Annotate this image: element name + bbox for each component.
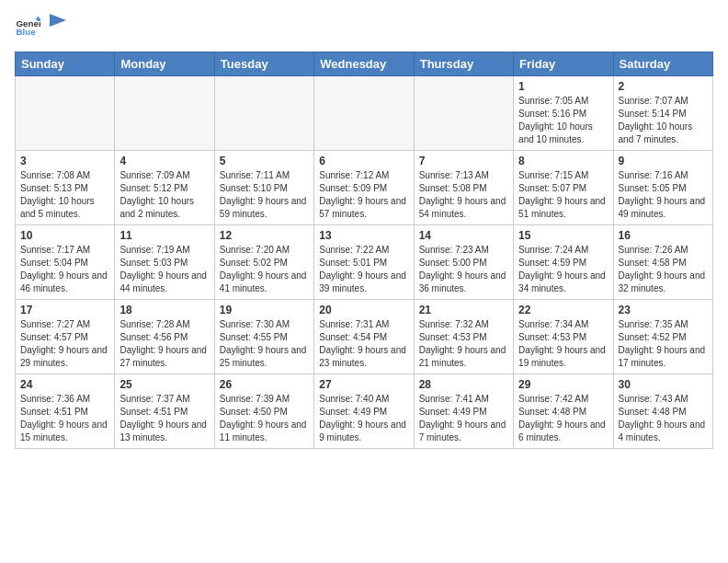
weekday-header-monday: Monday <box>115 52 214 76</box>
day-number: 29 <box>518 378 608 391</box>
calendar-cell: 13Sunrise: 7:22 AM Sunset: 5:01 PM Dayli… <box>314 225 414 300</box>
day-number: 8 <box>518 155 608 167</box>
day-info: Sunrise: 7:19 AM Sunset: 5:03 PM Dayligh… <box>119 244 209 295</box>
calendar-cell: 7Sunrise: 7:13 AM Sunset: 5:08 PM Daylig… <box>414 151 513 225</box>
day-number: 15 <box>518 229 608 242</box>
day-info: Sunrise: 7:17 AM Sunset: 5:04 PM Dayligh… <box>20 244 109 295</box>
calendar-week-row: 3Sunrise: 7:08 AM Sunset: 5:13 PM Daylig… <box>16 151 713 225</box>
calendar-cell: 29Sunrise: 7:42 AM Sunset: 4:48 PM Dayli… <box>514 374 613 449</box>
day-info: Sunrise: 7:41 AM Sunset: 4:49 PM Dayligh… <box>419 393 508 444</box>
calendar-week-row: 1Sunrise: 7:05 AM Sunset: 5:16 PM Daylig… <box>16 76 713 151</box>
day-info: Sunrise: 7:09 AM Sunset: 5:12 PM Dayligh… <box>119 169 209 221</box>
logo-flag-icon <box>50 14 68 32</box>
calendar-cell <box>115 76 214 151</box>
day-number: 20 <box>319 304 408 316</box>
calendar-cell: 15Sunrise: 7:24 AM Sunset: 4:59 PM Dayli… <box>514 225 613 300</box>
day-info: Sunrise: 7:42 AM Sunset: 4:48 PM Dayligh… <box>518 393 608 444</box>
day-info: Sunrise: 7:23 AM Sunset: 5:00 PM Dayligh… <box>419 244 508 295</box>
day-number: 2 <box>619 80 708 93</box>
logo: General Blue <box>15 15 68 40</box>
calendar-cell: 12Sunrise: 7:20 AM Sunset: 5:02 PM Dayli… <box>214 225 313 300</box>
calendar-cell: 10Sunrise: 7:17 AM Sunset: 5:04 PM Dayli… <box>16 225 115 300</box>
calendar-week-row: 10Sunrise: 7:17 AM Sunset: 5:04 PM Dayli… <box>16 225 713 300</box>
day-number: 6 <box>319 155 408 167</box>
calendar-cell <box>314 76 414 151</box>
day-info: Sunrise: 7:27 AM Sunset: 4:57 PM Dayligh… <box>20 318 109 370</box>
day-number: 3 <box>20 155 109 167</box>
day-number: 23 <box>619 304 708 316</box>
day-info: Sunrise: 7:28 AM Sunset: 4:56 PM Dayligh… <box>119 318 209 370</box>
calendar-cell <box>214 76 313 151</box>
weekday-header-thursday: Thursday <box>414 52 513 76</box>
day-number: 25 <box>119 378 209 391</box>
day-number: 17 <box>20 304 109 316</box>
calendar-cell: 18Sunrise: 7:28 AM Sunset: 4:56 PM Dayli… <box>115 300 214 374</box>
day-info: Sunrise: 7:30 AM Sunset: 4:55 PM Dayligh… <box>220 318 309 370</box>
day-number: 28 <box>419 378 508 391</box>
weekday-header-friday: Friday <box>514 52 613 76</box>
day-info: Sunrise: 7:35 AM Sunset: 4:52 PM Dayligh… <box>619 318 708 370</box>
day-number: 13 <box>319 229 408 242</box>
calendar-cell: 3Sunrise: 7:08 AM Sunset: 5:13 PM Daylig… <box>16 151 115 225</box>
calendar-cell: 24Sunrise: 7:36 AM Sunset: 4:51 PM Dayli… <box>16 374 115 449</box>
day-info: Sunrise: 7:13 AM Sunset: 5:08 PM Dayligh… <box>419 169 508 221</box>
weekday-header-wednesday: Wednesday <box>314 52 414 76</box>
calendar-cell: 1Sunrise: 7:05 AM Sunset: 5:16 PM Daylig… <box>514 76 613 151</box>
weekday-header-tuesday: Tuesday <box>214 52 313 76</box>
calendar-cell: 6Sunrise: 7:12 AM Sunset: 5:09 PM Daylig… <box>314 151 414 225</box>
calendar-cell: 20Sunrise: 7:31 AM Sunset: 4:54 PM Dayli… <box>314 300 414 374</box>
day-number: 24 <box>20 378 109 391</box>
day-number: 18 <box>119 304 209 316</box>
day-info: Sunrise: 7:43 AM Sunset: 4:48 PM Dayligh… <box>619 393 708 444</box>
calendar-cell: 8Sunrise: 7:15 AM Sunset: 5:07 PM Daylig… <box>514 151 613 225</box>
day-number: 27 <box>319 378 408 391</box>
calendar-cell: 22Sunrise: 7:34 AM Sunset: 4:53 PM Dayli… <box>514 300 613 374</box>
day-number: 10 <box>20 229 109 242</box>
day-info: Sunrise: 7:15 AM Sunset: 5:07 PM Dayligh… <box>518 169 608 221</box>
day-number: 16 <box>619 229 708 242</box>
day-info: Sunrise: 7:36 AM Sunset: 4:51 PM Dayligh… <box>20 393 109 444</box>
calendar-cell: 23Sunrise: 7:35 AM Sunset: 4:52 PM Dayli… <box>613 300 712 374</box>
day-info: Sunrise: 7:12 AM Sunset: 5:09 PM Dayligh… <box>319 169 408 221</box>
day-number: 19 <box>220 304 309 316</box>
calendar-cell: 16Sunrise: 7:26 AM Sunset: 4:58 PM Dayli… <box>613 225 712 300</box>
calendar-cell: 27Sunrise: 7:40 AM Sunset: 4:49 PM Dayli… <box>314 374 414 449</box>
calendar-cell: 30Sunrise: 7:43 AM Sunset: 4:48 PM Dayli… <box>613 374 712 449</box>
calendar-cell: 11Sunrise: 7:19 AM Sunset: 5:03 PM Dayli… <box>115 225 214 300</box>
svg-marker-4 <box>50 14 66 27</box>
weekday-header-sunday: Sunday <box>16 52 115 76</box>
calendar-week-row: 17Sunrise: 7:27 AM Sunset: 4:57 PM Dayli… <box>16 300 713 374</box>
svg-text:Blue: Blue <box>16 27 36 37</box>
day-number: 9 <box>619 155 708 167</box>
day-number: 7 <box>419 155 508 167</box>
calendar-cell: 28Sunrise: 7:41 AM Sunset: 4:49 PM Dayli… <box>414 374 513 449</box>
logo-icon: General Blue <box>15 15 40 40</box>
day-info: Sunrise: 7:37 AM Sunset: 4:51 PM Dayligh… <box>119 393 209 444</box>
calendar-cell: 25Sunrise: 7:37 AM Sunset: 4:51 PM Dayli… <box>115 374 214 449</box>
day-info: Sunrise: 7:20 AM Sunset: 5:02 PM Dayligh… <box>220 244 309 295</box>
calendar-cell <box>16 76 115 151</box>
day-number: 1 <box>518 80 608 93</box>
calendar-cell: 4Sunrise: 7:09 AM Sunset: 5:12 PM Daylig… <box>115 151 214 225</box>
calendar-cell: 26Sunrise: 7:39 AM Sunset: 4:50 PM Dayli… <box>214 374 313 449</box>
day-info: Sunrise: 7:08 AM Sunset: 5:13 PM Dayligh… <box>20 169 109 221</box>
day-info: Sunrise: 7:31 AM Sunset: 4:54 PM Dayligh… <box>319 318 408 370</box>
weekday-header-row: SundayMondayTuesdayWednesdayThursdayFrid… <box>16 52 713 76</box>
day-number: 14 <box>419 229 508 242</box>
page-header: General Blue <box>15 15 713 40</box>
day-info: Sunrise: 7:22 AM Sunset: 5:01 PM Dayligh… <box>319 244 408 295</box>
day-number: 26 <box>220 378 309 391</box>
day-number: 22 <box>518 304 608 316</box>
calendar-week-row: 24Sunrise: 7:36 AM Sunset: 4:51 PM Dayli… <box>16 374 713 449</box>
day-number: 21 <box>419 304 508 316</box>
day-info: Sunrise: 7:24 AM Sunset: 4:59 PM Dayligh… <box>518 244 608 295</box>
calendar-cell: 2Sunrise: 7:07 AM Sunset: 5:14 PM Daylig… <box>613 76 712 151</box>
calendar-cell: 19Sunrise: 7:30 AM Sunset: 4:55 PM Dayli… <box>214 300 313 374</box>
day-number: 30 <box>619 378 708 391</box>
calendar-cell: 17Sunrise: 7:27 AM Sunset: 4:57 PM Dayli… <box>16 300 115 374</box>
calendar-cell: 5Sunrise: 7:11 AM Sunset: 5:10 PM Daylig… <box>214 151 313 225</box>
day-number: 5 <box>220 155 309 167</box>
day-info: Sunrise: 7:05 AM Sunset: 5:16 PM Dayligh… <box>518 95 608 146</box>
calendar-cell <box>414 76 513 151</box>
calendar-cell: 14Sunrise: 7:23 AM Sunset: 5:00 PM Dayli… <box>414 225 513 300</box>
